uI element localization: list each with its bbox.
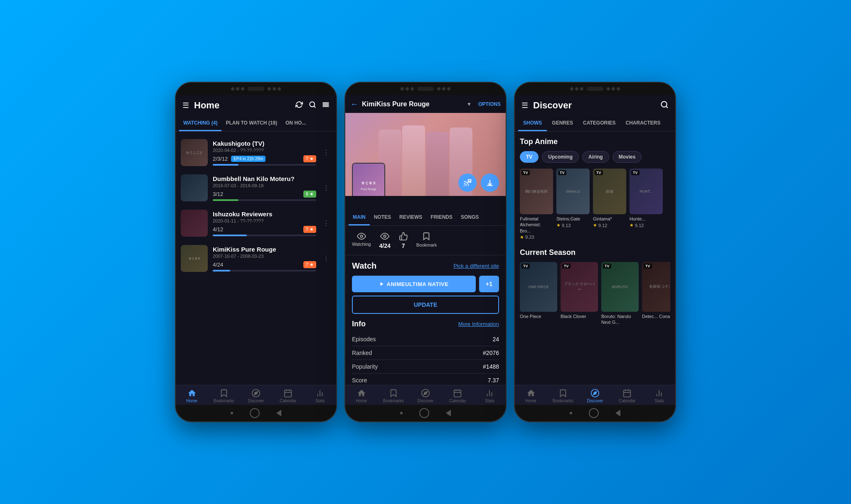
- stat-likes: 7: [399, 232, 408, 249]
- plus-one-button[interactable]: +1: [479, 276, 499, 292]
- show-date-kimikiss: 2007-10-07 - 2008-03-23: [213, 254, 316, 259]
- detail-nav-home[interactable]: Home: [345, 389, 377, 403]
- detail-nav-bookmarks[interactable]: Bookmarks: [377, 389, 409, 403]
- show-info-kimikiss: KimiKiss Pure Rouge 2007-10-07 - 2008-03…: [213, 246, 316, 272]
- watch-buttons-row: ANIMEULTIMA NATIVE +1: [352, 276, 499, 292]
- svg-rect-8: [285, 390, 292, 397]
- pill-upcoming[interactable]: Upcoming: [542, 151, 579, 163]
- tab-songs[interactable]: SONGS: [457, 210, 483, 225]
- phones-container: ☰ Home: [175, 82, 676, 422]
- anime-card-gintama[interactable]: TV 銀魂 Gintama* ★ 9.12: [593, 169, 626, 240]
- discover-nav-discover[interactable]: Discover: [579, 389, 611, 403]
- tab-plan-to-watch[interactable]: PLAN TO WATCH (19): [221, 116, 281, 131]
- show-menu-dumbbell[interactable]: ⋮: [321, 182, 331, 193]
- animeultima-button[interactable]: ANIMEULTIMA NATIVE: [352, 276, 476, 292]
- phone-bottom-bar-1: [176, 405, 336, 421]
- watch-title: Watch: [352, 261, 376, 271]
- pill-tv[interactable]: TV: [520, 151, 539, 163]
- current-season-grid: TV ONE PIECE One Piece TV ブラック クローバー Bla…: [520, 262, 670, 326]
- stat-watching-label: Watching: [352, 242, 371, 247]
- nav-home[interactable]: Home: [176, 389, 208, 403]
- tab-friends[interactable]: FRIENDS: [426, 210, 457, 225]
- nav-discover[interactable]: Discover: [240, 389, 272, 403]
- nav-stats[interactable]: Stats: [304, 389, 336, 403]
- stat-watching: Watching: [352, 232, 371, 249]
- dropdown-icon[interactable]: ▼: [467, 101, 472, 107]
- discover-nav-stats[interactable]: Stats: [643, 389, 675, 403]
- phone-discover: ☰ Discover SHOWS GENRES CATEGORIES CHARA…: [514, 82, 676, 422]
- tab-reviews[interactable]: REVIEWS: [395, 210, 426, 225]
- anime-card-steins[interactable]: TV Steins;G Steins;Gate ★ 9.13: [556, 169, 590, 240]
- more-information-link[interactable]: More Information: [458, 321, 499, 327]
- stat-bookmark-label: Bookmark: [416, 242, 437, 247]
- pill-movies[interactable]: Movies: [612, 151, 642, 163]
- show-date-ishuzoku: 2020-01-11 - ??-??-????: [213, 218, 316, 223]
- detail-nav-stats[interactable]: Stats: [474, 389, 506, 403]
- top-anime-grid: TV 鋼の錬金術師 Fullmetal Alchemist: Bro... ★ …: [520, 169, 670, 240]
- tab-main[interactable]: MAIN: [349, 210, 370, 225]
- filter-icon[interactable]: [322, 101, 330, 110]
- discover-nav-home[interactable]: Home: [515, 389, 547, 403]
- update-button[interactable]: UPDATE: [352, 296, 499, 314]
- svg-rect-32: [624, 390, 631, 397]
- discover-bottom-nav: Home Bookmarks Discover Calendar Stats: [515, 385, 675, 405]
- svg-marker-31: [593, 391, 597, 395]
- phone-notch-3: [515, 83, 675, 95]
- show-menu-kakushigoto[interactable]: ⋮: [321, 147, 331, 158]
- detail-nav-bookmarks-label: Bookmarks: [383, 399, 404, 403]
- show-progress-bar-dumbbell: [213, 199, 239, 201]
- show-item-kimikiss[interactable]: キミキス KimiKiss Pure Rouge 2007-10-07 - 20…: [176, 241, 336, 276]
- detail-nav-calendar[interactable]: Calendar: [442, 389, 474, 403]
- tab-watching[interactable]: WATCHING (4): [179, 116, 221, 131]
- svg-line-29: [666, 106, 668, 108]
- anime-card-detective[interactable]: TV 名探偵 コナン Detec... Conar: [642, 262, 670, 326]
- discover-tab-genres[interactable]: GENRES: [547, 116, 578, 131]
- discover-nav-calendar[interactable]: Calendar: [611, 389, 643, 403]
- nav-calendar[interactable]: Calendar: [272, 389, 304, 403]
- refresh-icon[interactable]: [295, 101, 303, 110]
- show-title-kakushigoto: Kakushigoto (TV): [213, 140, 316, 147]
- show-item-ishuzoku[interactable]: Ishuzoku Reviewers 2020-01-11 - ??-??-??…: [176, 206, 336, 241]
- detail-header: ← KimiKiss Pure Rouge ▼ OPTIONS: [345, 95, 506, 113]
- discover-search-icon[interactable]: [660, 100, 669, 110]
- stat-bookmark[interactable]: Bookmark: [416, 232, 437, 249]
- show-progress-bar-kimikiss: [213, 270, 230, 272]
- detail-tabs: MAIN NOTES REVIEWS FRIENDS SONGS: [345, 210, 506, 226]
- show-info-dumbbell: Dumbbell Nan Kilo Moteru? 2019-07-03 - 2…: [213, 175, 316, 201]
- discover-tab-characters[interactable]: CHARACTERS: [620, 116, 665, 131]
- detail-banner: キミキス Pure Rouge: [345, 113, 506, 196]
- home-title: Home: [194, 100, 295, 111]
- discover-menu-icon[interactable]: ☰: [521, 101, 528, 110]
- show-thumb-kakushigoto: かくしごと: [181, 139, 208, 166]
- show-item-dumbbell[interactable]: Dumbbell Nan Kilo Moteru? 2019-07-03 - 2…: [176, 170, 336, 206]
- cast-button[interactable]: [458, 174, 477, 192]
- nav-bookmarks[interactable]: Bookmarks: [208, 389, 240, 403]
- anime-card-onepiece[interactable]: TV ONE PIECE One Piece: [520, 262, 557, 326]
- show-menu-ishuzoku[interactable]: ⋮: [321, 218, 331, 229]
- discover-nav-bookmarks[interactable]: Bookmarks: [547, 389, 579, 403]
- download-button[interactable]: [481, 174, 499, 192]
- search-icon[interactable]: [309, 101, 316, 110]
- anime-card-boruto[interactable]: TV BORUTO Boruto: Naruto Next G...: [601, 262, 639, 326]
- back-icon[interactable]: ←: [350, 99, 359, 109]
- show-info-ishuzoku: Ishuzoku Reviewers 2020-01-11 - ??-??-??…: [213, 210, 316, 236]
- detail-nav-discover[interactable]: Discover: [409, 389, 441, 403]
- show-thumb-kimikiss: キミキス: [181, 245, 208, 272]
- discover-tab-categories[interactable]: CATEGORIES: [578, 116, 620, 131]
- svg-line-1: [314, 106, 315, 107]
- menu-icon[interactable]: ☰: [182, 101, 189, 110]
- pill-airing[interactable]: Airing: [582, 151, 609, 163]
- discover-tab-shows[interactable]: SHOWS: [518, 116, 547, 131]
- tab-on-hold[interactable]: ON HO...: [281, 116, 310, 131]
- show-menu-kimikiss[interactable]: ⋮: [321, 253, 331, 264]
- anime-card-fma[interactable]: TV 鋼の錬金術師 Fullmetal Alchemist: Bro... ★ …: [520, 169, 553, 240]
- info-row-episodes: Episodes 24: [352, 333, 499, 346]
- anime-card-hunter[interactable]: TV HUNT... Hunte... ★ 9.12: [630, 169, 663, 240]
- detail-action-buttons: [458, 174, 499, 192]
- show-item-kakushigoto[interactable]: かくしごと Kakushigoto (TV) 2020-04-02 - ??-?…: [176, 135, 336, 170]
- anime-card-blackclover[interactable]: TV ブラック クローバー Black Clover: [561, 262, 598, 326]
- tab-notes[interactable]: NOTES: [370, 210, 395, 225]
- options-button[interactable]: OPTIONS: [478, 101, 501, 107]
- pick-site-link[interactable]: Pick a different site: [453, 263, 499, 269]
- show-title-ishuzoku: Ishuzoku Reviewers: [213, 210, 316, 218]
